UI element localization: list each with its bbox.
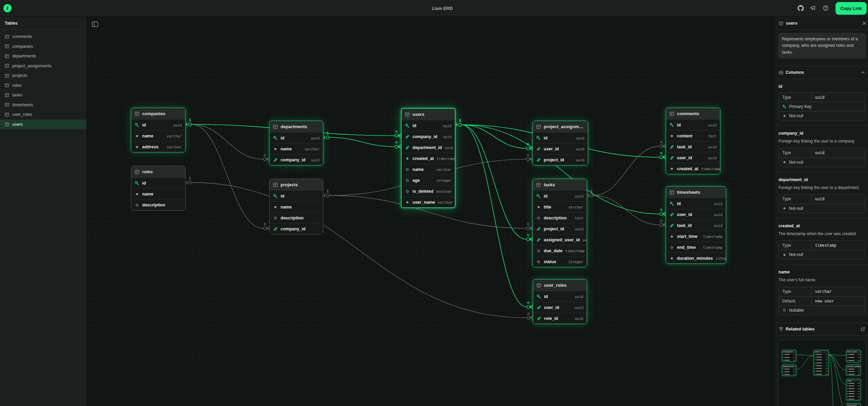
erd-node-companies[interactable]: companiesiduuidnamevarcharaddressvarchar bbox=[131, 108, 186, 152]
column-section-name: name bbox=[778, 270, 866, 274]
erd-canvas[interactable]: 1n1n1n1n1n1n1n1n1n1n1n1n1n1n companiesid… bbox=[87, 17, 776, 406]
minimap-row bbox=[814, 361, 828, 364]
column-name: name bbox=[142, 192, 153, 197]
node-title: roles bbox=[142, 169, 153, 174]
column-section-name: nameThe user's full name.TypevarcharDefa… bbox=[776, 264, 868, 320]
minimap-row bbox=[846, 382, 860, 385]
column-type: uuid bbox=[576, 158, 584, 162]
column-type: timestamp bbox=[565, 249, 585, 253]
sidebar-item-departments[interactable]: departments bbox=[0, 51, 86, 61]
column-type: uuid bbox=[708, 145, 717, 149]
svg-text:1: 1 bbox=[327, 189, 329, 193]
sidebar-item-comments[interactable]: comments bbox=[0, 32, 86, 42]
property-value: varchar bbox=[811, 287, 865, 296]
column-type: integer bbox=[716, 256, 726, 260]
minimap-node-comments: comments bbox=[846, 403, 861, 406]
chevron-up-icon[interactable] bbox=[860, 70, 865, 75]
node-column-project_id: project_iduuid bbox=[533, 154, 588, 165]
erd-node-user_roles[interactable]: user_rolesiduuiduser_iduuidrole_iduuid bbox=[533, 279, 587, 324]
sidebar-item-project_assignments[interactable]: project_assignments bbox=[0, 61, 86, 71]
node-title: tasks bbox=[544, 182, 555, 187]
erd-node-users[interactable]: usersiduuidcompany_iduuiddepartment_iduu… bbox=[401, 108, 456, 208]
node-column-title: titlevarchar bbox=[533, 201, 587, 212]
column-type: varchar bbox=[167, 134, 182, 138]
svg-text:n: n bbox=[660, 219, 662, 222]
column-name: start_time bbox=[677, 234, 697, 239]
column-type: text bbox=[575, 216, 583, 220]
table-description: Represents employees or members of a com… bbox=[778, 33, 866, 59]
erd-node-comments[interactable]: commentsiduuidcontenttexttask_iduuiduser… bbox=[666, 108, 720, 174]
column-type: varchar bbox=[438, 200, 453, 204]
column-type: timestamp bbox=[701, 167, 720, 171]
announcement-icon[interactable] bbox=[810, 5, 816, 11]
sidebar-toggle-icon[interactable] bbox=[92, 21, 98, 28]
related-tables-icon bbox=[779, 327, 783, 331]
column-section-name: department_id bbox=[778, 177, 866, 182]
copy-link-button[interactable]: Copy Link bbox=[836, 2, 867, 15]
key-icon bbox=[782, 105, 787, 109]
github-icon[interactable] bbox=[798, 5, 804, 11]
node-column-name: name bbox=[131, 188, 185, 199]
page-title: Liam ERD bbox=[87, 6, 798, 11]
diamond-filled-icon bbox=[669, 234, 674, 239]
column-name: project_id bbox=[544, 227, 564, 231]
link-icon bbox=[669, 155, 674, 160]
column-name: user_id bbox=[544, 147, 559, 151]
column-type: integer bbox=[436, 178, 451, 182]
node-column-project_id: project_iduuid bbox=[533, 223, 587, 234]
diamond-outline-icon bbox=[536, 259, 541, 264]
erd-node-timesheets[interactable]: timesheetsiduuiduser_iduuidtask_iduuidst… bbox=[666, 186, 726, 264]
node-column-company_id: company_iduuid bbox=[402, 131, 455, 142]
expand-icon[interactable] bbox=[860, 327, 865, 331]
help-icon[interactable] bbox=[823, 5, 829, 11]
node-column-id: iduuid bbox=[666, 119, 720, 130]
table-icon bbox=[5, 83, 9, 87]
column-type: uuid bbox=[576, 136, 584, 140]
node-column-created_at: created_attimestamp bbox=[402, 153, 455, 164]
diamond-outline-icon bbox=[135, 203, 139, 207]
sidebar-item-tasks[interactable]: tasks bbox=[0, 90, 86, 100]
link-icon bbox=[273, 227, 278, 231]
related-tables-header[interactable]: Related tables bbox=[776, 323, 868, 336]
sidebar-item-companies[interactable]: companies bbox=[0, 42, 86, 52]
link-icon bbox=[669, 145, 674, 149]
minimap-row bbox=[814, 353, 828, 356]
node-title: project_assignments bbox=[544, 124, 584, 129]
link-icon bbox=[405, 145, 410, 150]
sidebar-item-roles[interactable]: roles bbox=[0, 81, 86, 91]
sidebar-item-users[interactable]: users bbox=[0, 120, 86, 130]
diamond-filled-icon bbox=[782, 114, 787, 118]
column-type: uuid bbox=[714, 213, 722, 217]
sidebar-item-timesheets[interactable]: timesheets bbox=[0, 100, 86, 110]
table-icon bbox=[5, 112, 9, 117]
column-name: project_id bbox=[544, 158, 564, 162]
erd-node-tasks[interactable]: tasksiduuidtitlevarchardescriptiontextpr… bbox=[532, 179, 587, 267]
column-section-name: id bbox=[778, 84, 866, 89]
erd-node-departments[interactable]: departmentsiduuidnamevarcharcompany_iduu… bbox=[269, 121, 323, 165]
columns-section-header[interactable]: Columns bbox=[776, 66, 868, 79]
column-name: id bbox=[544, 136, 547, 140]
erd-node-projects[interactable]: projectsidnamedescriptioncompany_id bbox=[269, 179, 323, 234]
table-icon bbox=[536, 124, 541, 129]
erd-node-roles[interactable]: rolesidnamedescription bbox=[131, 166, 186, 211]
minimap-row bbox=[814, 356, 828, 358]
liam-logo-icon[interactable]: ℓ bbox=[3, 4, 12, 12]
diamond-outline-icon bbox=[536, 248, 541, 253]
node-column-age: ageinteger bbox=[402, 175, 455, 186]
constraint-row: Nullable bbox=[779, 306, 865, 315]
svg-text:1: 1 bbox=[327, 131, 329, 135]
close-icon[interactable] bbox=[862, 21, 867, 26]
minimap-node-title: companies bbox=[782, 350, 796, 353]
sidebar-item-projects[interactable]: projects bbox=[0, 71, 86, 81]
svg-text:n: n bbox=[264, 153, 266, 157]
minimap-row bbox=[814, 370, 828, 373]
minimap-row bbox=[846, 359, 860, 362]
erd-node-project_assignments[interactable]: project_assignmentsiduuiduser_iduuidproj… bbox=[532, 121, 588, 165]
minimap-node-title: departments bbox=[782, 365, 796, 368]
sidebar-item-user_roles[interactable]: user_roles bbox=[0, 110, 86, 120]
related-tables-minimap[interactable]: companiesdepartmentsusersuser_rolesproje… bbox=[778, 340, 866, 406]
minimap-row bbox=[814, 364, 828, 367]
minimap-row bbox=[846, 368, 860, 370]
column-name: due_date bbox=[544, 248, 562, 253]
column-type: uuid bbox=[714, 224, 722, 228]
